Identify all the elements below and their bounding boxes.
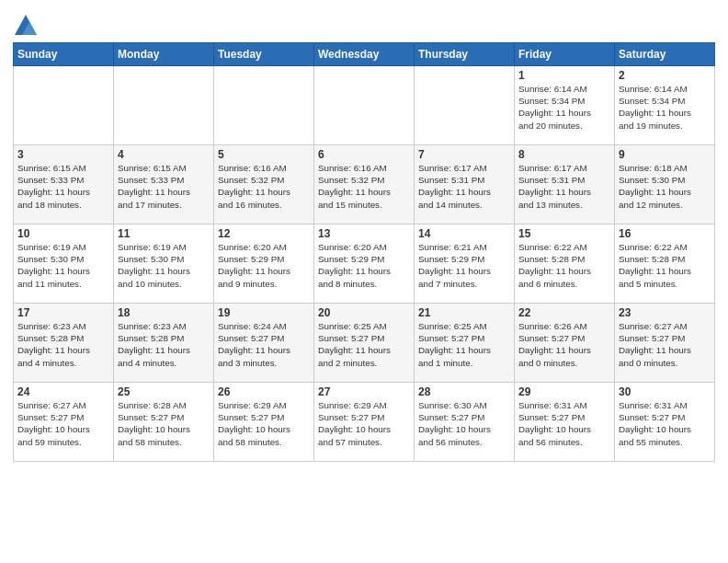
day-number: 11 <box>118 227 210 240</box>
day-number: 4 <box>118 148 210 161</box>
cell-info: Sunrise: 6:25 AM Sunset: 5:27 PM Dayligh… <box>418 320 510 369</box>
calendar-cell <box>14 66 114 145</box>
calendar-cell: 9Sunrise: 6:18 AM Sunset: 5:30 PM Daylig… <box>615 145 715 224</box>
cell-info: Sunrise: 6:15 AM Sunset: 5:33 PM Dayligh… <box>17 162 109 211</box>
calendar-cell: 17Sunrise: 6:23 AM Sunset: 5:28 PM Dayli… <box>14 304 114 383</box>
cell-info: Sunrise: 6:23 AM Sunset: 5:28 PM Dayligh… <box>17 320 109 369</box>
cell-info: Sunrise: 6:20 AM Sunset: 5:29 PM Dayligh… <box>218 241 310 290</box>
calendar-cell: 22Sunrise: 6:26 AM Sunset: 5:27 PM Dayli… <box>515 304 615 383</box>
day-number: 23 <box>619 306 711 319</box>
calendar-cell <box>114 66 214 145</box>
calendar-cell: 12Sunrise: 6:20 AM Sunset: 5:29 PM Dayli… <box>214 224 314 304</box>
cell-info: Sunrise: 6:14 AM Sunset: 5:34 PM Dayligh… <box>619 83 711 132</box>
page-container: SundayMondayTuesdayWednesdayThursdayFrid… <box>0 0 728 469</box>
weekday-header: Wednesday <box>314 43 415 66</box>
weekday-header: Saturday <box>615 43 715 66</box>
logo <box>13 13 41 39</box>
weekday-header-row: SundayMondayTuesdayWednesdayThursdayFrid… <box>14 43 715 66</box>
cell-info: Sunrise: 6:24 AM Sunset: 5:27 PM Dayligh… <box>218 320 310 369</box>
calendar-cell <box>214 66 314 145</box>
cell-info: Sunrise: 6:31 AM Sunset: 5:27 PM Dayligh… <box>619 399 711 448</box>
logo-icon <box>13 13 39 39</box>
day-number: 6 <box>318 148 410 161</box>
day-number: 10 <box>17 227 109 240</box>
day-number: 13 <box>318 227 410 240</box>
cell-info: Sunrise: 6:19 AM Sunset: 5:30 PM Dayligh… <box>118 241 210 290</box>
calendar-cell <box>314 66 415 145</box>
cell-info: Sunrise: 6:30 AM Sunset: 5:27 PM Dayligh… <box>418 399 510 448</box>
calendar-cell: 29Sunrise: 6:31 AM Sunset: 5:27 PM Dayli… <box>515 383 615 462</box>
cell-info: Sunrise: 6:22 AM Sunset: 5:28 PM Dayligh… <box>619 241 711 290</box>
calendar-cell: 27Sunrise: 6:29 AM Sunset: 5:27 PM Dayli… <box>314 383 415 462</box>
header <box>13 9 715 39</box>
cell-info: Sunrise: 6:23 AM Sunset: 5:28 PM Dayligh… <box>118 320 210 369</box>
cell-info: Sunrise: 6:22 AM Sunset: 5:28 PM Dayligh… <box>518 241 610 290</box>
day-number: 16 <box>619 227 711 240</box>
calendar-cell: 1Sunrise: 6:14 AM Sunset: 5:34 PM Daylig… <box>515 66 615 145</box>
weekday-header: Friday <box>515 43 615 66</box>
cell-info: Sunrise: 6:17 AM Sunset: 5:31 PM Dayligh… <box>418 162 510 211</box>
cell-info: Sunrise: 6:28 AM Sunset: 5:27 PM Dayligh… <box>118 399 210 448</box>
calendar-cell <box>415 66 515 145</box>
cell-info: Sunrise: 6:27 AM Sunset: 5:27 PM Dayligh… <box>619 320 711 369</box>
calendar-cell: 13Sunrise: 6:20 AM Sunset: 5:29 PM Dayli… <box>314 224 415 304</box>
cell-info: Sunrise: 6:18 AM Sunset: 5:30 PM Dayligh… <box>619 162 711 211</box>
cell-info: Sunrise: 6:20 AM Sunset: 5:29 PM Dayligh… <box>318 241 410 290</box>
cell-info: Sunrise: 6:17 AM Sunset: 5:31 PM Dayligh… <box>518 162 610 211</box>
calendar-cell: 26Sunrise: 6:29 AM Sunset: 5:27 PM Dayli… <box>214 383 314 462</box>
calendar-cell: 18Sunrise: 6:23 AM Sunset: 5:28 PM Dayli… <box>114 304 214 383</box>
cell-info: Sunrise: 6:29 AM Sunset: 5:27 PM Dayligh… <box>218 399 310 448</box>
day-number: 29 <box>518 385 610 398</box>
weekday-header: Thursday <box>415 43 515 66</box>
weekday-header: Monday <box>114 43 214 66</box>
day-number: 2 <box>619 69 711 82</box>
day-number: 17 <box>17 306 109 319</box>
cell-info: Sunrise: 6:21 AM Sunset: 5:29 PM Dayligh… <box>418 241 510 290</box>
day-number: 27 <box>318 385 410 398</box>
day-number: 19 <box>218 306 310 319</box>
weekday-header: Sunday <box>14 43 114 66</box>
cell-info: Sunrise: 6:27 AM Sunset: 5:27 PM Dayligh… <box>17 399 109 448</box>
calendar-cell: 25Sunrise: 6:28 AM Sunset: 5:27 PM Dayli… <box>114 383 214 462</box>
calendar-cell: 8Sunrise: 6:17 AM Sunset: 5:31 PM Daylig… <box>515 145 615 224</box>
calendar-cell: 19Sunrise: 6:24 AM Sunset: 5:27 PM Dayli… <box>214 304 314 383</box>
calendar-week-row: 10Sunrise: 6:19 AM Sunset: 5:30 PM Dayli… <box>14 224 715 304</box>
calendar-cell: 23Sunrise: 6:27 AM Sunset: 5:27 PM Dayli… <box>615 304 715 383</box>
cell-info: Sunrise: 6:14 AM Sunset: 5:34 PM Dayligh… <box>518 83 610 132</box>
day-number: 18 <box>118 306 210 319</box>
calendar-cell: 14Sunrise: 6:21 AM Sunset: 5:29 PM Dayli… <box>415 224 515 304</box>
calendar-week-row: 17Sunrise: 6:23 AM Sunset: 5:28 PM Dayli… <box>14 304 715 383</box>
cell-info: Sunrise: 6:25 AM Sunset: 5:27 PM Dayligh… <box>318 320 410 369</box>
day-number: 5 <box>218 148 310 161</box>
calendar-cell: 21Sunrise: 6:25 AM Sunset: 5:27 PM Dayli… <box>415 304 515 383</box>
cell-info: Sunrise: 6:15 AM Sunset: 5:33 PM Dayligh… <box>118 162 210 211</box>
day-number: 7 <box>418 148 510 161</box>
calendar-cell: 24Sunrise: 6:27 AM Sunset: 5:27 PM Dayli… <box>14 383 114 462</box>
day-number: 1 <box>518 69 610 82</box>
day-number: 12 <box>218 227 310 240</box>
calendar-cell: 11Sunrise: 6:19 AM Sunset: 5:30 PM Dayli… <box>114 224 214 304</box>
calendar-cell: 20Sunrise: 6:25 AM Sunset: 5:27 PM Dayli… <box>314 304 415 383</box>
calendar-week-row: 24Sunrise: 6:27 AM Sunset: 5:27 PM Dayli… <box>14 383 715 462</box>
day-number: 24 <box>17 385 109 398</box>
cell-info: Sunrise: 6:26 AM Sunset: 5:27 PM Dayligh… <box>518 320 610 369</box>
calendar-cell: 28Sunrise: 6:30 AM Sunset: 5:27 PM Dayli… <box>415 383 515 462</box>
calendar-cell: 3Sunrise: 6:15 AM Sunset: 5:33 PM Daylig… <box>14 145 114 224</box>
day-number: 15 <box>518 227 610 240</box>
day-number: 20 <box>318 306 410 319</box>
calendar-cell: 4Sunrise: 6:15 AM Sunset: 5:33 PM Daylig… <box>114 145 214 224</box>
calendar-cell: 10Sunrise: 6:19 AM Sunset: 5:30 PM Dayli… <box>14 224 114 304</box>
day-number: 28 <box>418 385 510 398</box>
day-number: 21 <box>418 306 510 319</box>
cell-info: Sunrise: 6:19 AM Sunset: 5:30 PM Dayligh… <box>17 241 109 290</box>
day-number: 14 <box>418 227 510 240</box>
calendar-week-row: 1Sunrise: 6:14 AM Sunset: 5:34 PM Daylig… <box>14 66 715 145</box>
calendar-cell: 30Sunrise: 6:31 AM Sunset: 5:27 PM Dayli… <box>615 383 715 462</box>
calendar-table: SundayMondayTuesdayWednesdayThursdayFrid… <box>13 42 715 462</box>
cell-info: Sunrise: 6:31 AM Sunset: 5:27 PM Dayligh… <box>518 399 610 448</box>
day-number: 22 <box>518 306 610 319</box>
calendar-week-row: 3Sunrise: 6:15 AM Sunset: 5:33 PM Daylig… <box>14 145 715 224</box>
weekday-header: Tuesday <box>214 43 314 66</box>
calendar-cell: 7Sunrise: 6:17 AM Sunset: 5:31 PM Daylig… <box>415 145 515 224</box>
calendar-cell: 16Sunrise: 6:22 AM Sunset: 5:28 PM Dayli… <box>615 224 715 304</box>
